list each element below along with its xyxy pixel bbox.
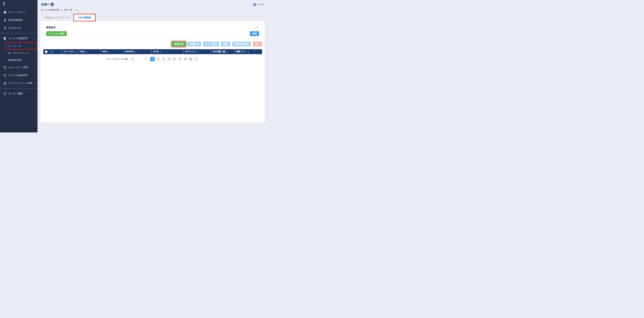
shield-check-icon [4, 66, 6, 69]
app-window: ❮ ダッシュボード 契約情報管理 [0, 0, 268, 133]
help-icon: ? [253, 3, 256, 6]
sidebar-divider [0, 88, 38, 89]
network-nodes-icon [4, 74, 6, 77]
page-button[interactable]: 1 [150, 57, 155, 61]
search-conditions-card: 検索条件 フィルター追加 検索 [43, 24, 262, 39]
pagination: 1ページのアイテム数 10 123456•••60 [43, 57, 262, 61]
chevron-down-icon [33, 27, 35, 28]
sidebar-item-dashboard[interactable]: ダッシュボード [0, 8, 38, 16]
column-header-monthly-cap[interactable]: 当月容量上限 [211, 49, 234, 54]
chevron-down-icon [33, 20, 35, 21]
breadcrumb-separator-icon: ❯ [60, 9, 62, 11]
column-header-ip[interactable]: IPアドレス [183, 49, 211, 54]
sort-icon[interactable] [86, 51, 87, 53]
items-per-page-value: 10 [132, 58, 134, 60]
chevron-down-icon [33, 67, 35, 68]
search-button[interactable]: 検索 [250, 31, 259, 36]
column-header-index: # [50, 49, 62, 54]
add-capacity-button[interactable]: 容量追加 [188, 42, 201, 46]
page-button[interactable]: 2 [156, 57, 160, 61]
column-header-msisdn[interactable]: MSISDN [124, 49, 151, 54]
sidebar-item-label: サービス接続管理 [8, 74, 32, 77]
page-button[interactable]: 4 [167, 57, 171, 61]
sidebar-item-iot-catalog[interactable]: IoTカタログ [0, 24, 38, 32]
sort-icon[interactable] [197, 51, 198, 53]
list-icon [8, 45, 11, 47]
page-ellipsis-button[interactable]: ••• [183, 57, 188, 61]
page-button[interactable]: 60 [188, 57, 193, 61]
content-panel: 検索条件 フィルター追加 検索 新規作成 容量追加 プラン変更 開通 中断/中断… [40, 21, 265, 123]
sort-icon[interactable] [108, 51, 109, 53]
terminate-button[interactable]: 廃止 [253, 42, 262, 46]
tab-bar: Value(インターネット) Value(閉域) [40, 14, 265, 21]
sidebar-item-application[interactable]: アプリケーション管理 [0, 79, 38, 87]
sort-icon[interactable] [248, 51, 249, 53]
cart-icon [4, 26, 6, 29]
sidebar-item-label: セキュリティ管理 [8, 66, 32, 69]
collapse-chevron-icon[interactable] [256, 26, 258, 28]
select-all-header-cell [43, 49, 50, 54]
main-content: ? ヘルプ SIM一覧 モバイル回線管理 ❯ SIM一覧 閲覧 Value(イン… [38, 0, 268, 133]
column-header-hsn[interactable]: HSN [78, 49, 100, 54]
sidebar-item-label: オーダー履歴 [8, 92, 35, 95]
sidebar-item-label: 契約情報管理 [8, 19, 32, 22]
sort-icon[interactable] [160, 51, 162, 53]
add-filter-button[interactable]: フィルター追加 [46, 31, 67, 36]
sidebar-item-service-connection[interactable]: サービス接続管理 [0, 71, 38, 79]
sidebar-top-bar: ❮ [0, 0, 38, 6]
tab-value-internet[interactable]: Value(インターネット) [40, 14, 74, 21]
sidebar-item-label: SIM一覧 [13, 44, 34, 47]
chevron-down-icon [137, 59, 139, 60]
sidebar-item-label: 閉域接続管理 [8, 59, 35, 62]
dashboard-gauge-icon [4, 11, 6, 14]
page-number-buttons: 123456•••60 [150, 57, 193, 61]
column-header-imsi[interactable]: IMSI [100, 49, 124, 54]
prev-page-button[interactable] [144, 57, 148, 61]
cubes-icon [4, 82, 6, 85]
sidebar-nav: ダッシュボード 契約情報管理 IoTカタログ [0, 6, 38, 98]
table-header: # ステータス HSN IMSI MSISDN ICCID IPアドレス 当月容… [43, 49, 262, 54]
sidebar-collapse-icon[interactable]: ❮ [3, 1, 6, 5]
sidebar-item-label: アプリケーション管理 [8, 82, 32, 85]
next-page-button[interactable] [194, 57, 198, 61]
history-clock-icon [4, 92, 6, 95]
page-title: SIM一覧 [41, 2, 265, 6]
page-button-group: 123456•••60 [144, 57, 198, 61]
sidebar-item-label: IoTカタログ [8, 26, 32, 29]
sidebar: ❮ ダッシュボード 契約情報管理 [0, 0, 38, 133]
sim-card-icon [4, 37, 6, 40]
sidebar-item-mobile-line[interactable]: モバイル回線管理 [0, 34, 38, 42]
help-label: ヘルプ [257, 3, 264, 6]
view-mode-badge: 閲覧 [74, 8, 80, 12]
suspend-resume-button[interactable]: 中断/中断解除 [232, 42, 251, 46]
column-header-status[interactable]: ステータス [62, 49, 78, 54]
activate-button[interactable]: 開通 [221, 42, 230, 46]
sidebar-item-sim-list[interactable]: SIM一覧 [6, 43, 37, 49]
create-new-button[interactable]: 新規作成 [172, 42, 186, 46]
chevron-down-icon [34, 83, 36, 84]
change-plan-button[interactable]: プラン変更 [203, 42, 219, 46]
column-header-plan[interactable]: 容量プラン [234, 49, 254, 54]
sidebar-item-security[interactable]: セキュリティ管理 [0, 64, 38, 71]
sort-icon[interactable] [135, 51, 136, 53]
items-per-page-select[interactable]: 10 [130, 57, 140, 61]
select-all-checkbox[interactable] [45, 51, 48, 53]
breadcrumb-item[interactable]: モバイル回線管理 [41, 8, 59, 11]
sort-icon[interactable] [75, 51, 77, 53]
items-per-page-label: 1ページのアイテム数 [107, 58, 128, 61]
help-link[interactable]: ? ヘルプ [253, 3, 264, 6]
column-header-iccid[interactable]: ICCID [151, 49, 183, 54]
page-button[interactable]: 3 [161, 57, 166, 61]
sidebar-item-device-link[interactable]: デバイスリンク [0, 50, 38, 57]
sidebar-item-label: モバイル回線管理 [8, 37, 32, 40]
sidebar-item-contract[interactable]: 契約情報管理 [0, 16, 38, 24]
sidebar-item-closed-network[interactable]: 閉域接続管理 [0, 57, 38, 64]
page-button[interactable]: 6 [178, 57, 182, 61]
tab-value-closed[interactable]: Value(閉域) [74, 14, 95, 21]
search-conditions-title: 検索条件 [46, 26, 259, 29]
sidebar-item-label: デバイスリンク [13, 52, 35, 55]
sort-icon[interactable] [226, 51, 228, 53]
page-button[interactable]: 5 [172, 57, 176, 61]
sidebar-item-order-history[interactable]: オーダー履歴 [0, 90, 38, 98]
sidebar-item-label: ダッシュボード [8, 11, 35, 14]
